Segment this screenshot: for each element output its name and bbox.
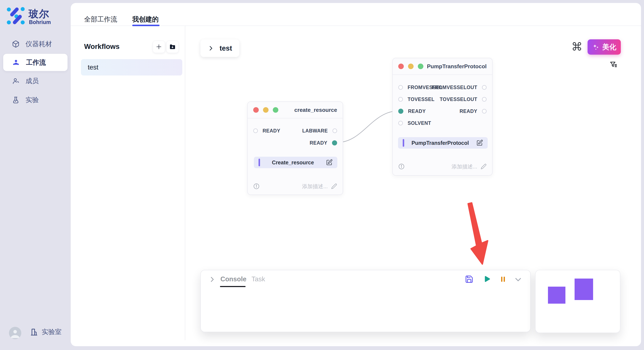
port-dot-connected[interactable]	[398, 109, 403, 114]
node-footer: 添加描述...	[253, 181, 337, 191]
filter-icon[interactable]	[609, 61, 618, 70]
brand-name-en: Bohrium	[29, 19, 51, 25]
port-out-fromvesselout[interactable]: FROMVESSELOUT	[432, 84, 486, 91]
tab-all-workflows[interactable]: 全部工作流	[84, 15, 117, 24]
plus-icon	[156, 44, 162, 50]
folder-download-icon	[169, 43, 176, 50]
info-icon[interactable]	[398, 163, 405, 170]
port-in-ready[interactable]: READY	[398, 107, 426, 115]
pencil-icon[interactable]	[331, 183, 337, 189]
port-label: FROMVESSELOUT	[432, 85, 477, 90]
pill-label: PumpTransferProtocol	[404, 140, 476, 146]
workflow-tabbar: 全部工作流 我创建的	[71, 3, 641, 26]
node-title: create_resource	[294, 107, 337, 113]
sidebar-item-consumables[interactable]: 仪器耗材	[3, 35, 68, 52]
tab-console[interactable]: Console	[220, 275, 246, 283]
collapse-chevron-down-icon[interactable]	[514, 275, 523, 284]
run-icon[interactable]	[482, 275, 491, 284]
workflow-canvas[interactable]: test 美化 crea	[185, 26, 641, 346]
workflow-list-item-test[interactable]: test	[81, 59, 182, 75]
member-icon	[12, 77, 20, 85]
port-dot-connected[interactable]	[332, 140, 337, 146]
dot-red	[253, 107, 259, 113]
port-in-ready[interactable]: READY	[253, 127, 280, 135]
beautify-button[interactable]: 美化	[588, 39, 621, 55]
port-in-solvent[interactable]: SOLVENT	[398, 119, 431, 127]
port-dot[interactable]	[253, 128, 258, 133]
console-tab-underline	[220, 286, 246, 287]
lab-switcher[interactable]: 实验室	[30, 328, 62, 336]
node-create-resource[interactable]: create_resource READY LABWARE READY Crea…	[247, 101, 343, 195]
node-function-pill[interactable]: Create_resource	[254, 157, 337, 168]
node-pump-transfer-protocol[interactable]: PumpTransferProtocol FROMVESSEL FROMVESS…	[392, 58, 492, 176]
port-dot[interactable]	[482, 97, 486, 102]
port-out-tovesselout[interactable]: TOVESSELOUT	[440, 95, 486, 103]
dot-yellow	[408, 64, 414, 69]
port-dot[interactable]	[482, 109, 486, 114]
pencil-icon[interactable]	[481, 164, 486, 170]
chevron-right-icon	[208, 45, 214, 51]
add-workflow-button[interactable]	[153, 41, 165, 53]
pill-accent-bar	[258, 159, 260, 166]
port-in-tovessel[interactable]: TOVESSEL	[398, 95, 434, 103]
sidebar-item-experiments[interactable]: 实验	[3, 91, 68, 108]
pill-accent-bar	[403, 139, 404, 147]
port-out-ready[interactable]: READY	[310, 139, 337, 147]
port-dot[interactable]	[332, 128, 337, 133]
dot-yellow	[263, 107, 268, 113]
node-title: PumpTransferProtocol	[427, 63, 486, 70]
tab-task[interactable]: Task	[252, 275, 265, 283]
save-icon[interactable]	[465, 275, 474, 283]
sidebar-item-label: 工作流	[26, 58, 46, 67]
port-dot[interactable]	[398, 97, 403, 102]
collapse-chevron-right-icon[interactable]	[208, 276, 216, 283]
edit-icon[interactable]	[476, 140, 483, 146]
brand-name-zh: 玻尔	[28, 7, 50, 21]
port-label: READY	[460, 108, 477, 114]
minimap-node-pump-transfer	[574, 279, 593, 300]
pause-icon[interactable]	[499, 275, 507, 283]
sidebar-item-label: 仪器耗材	[26, 39, 52, 48]
workflows-panel: Workflows test	[71, 26, 185, 340]
dot-red	[398, 64, 404, 69]
pill-label: Create_resource	[260, 160, 326, 166]
building-icon	[30, 328, 38, 336]
port-dot[interactable]	[482, 85, 486, 90]
info-icon[interactable]	[253, 183, 260, 189]
port-out-labware[interactable]: LABWARE	[302, 127, 337, 135]
port-out-ready[interactable]: READY	[460, 107, 486, 115]
main-content-card: 全部工作流 我创建的 Workflows test	[71, 3, 641, 346]
bohrium-logo-icon	[6, 6, 25, 25]
sidebar-item-workflow[interactable]: 工作流	[3, 54, 68, 71]
user-avatar[interactable]	[9, 327, 21, 339]
port-label: TOVESSEL	[408, 97, 434, 102]
package-icon	[12, 40, 20, 48]
workflows-panel-title: Workflows	[84, 42, 120, 51]
node-header[interactable]: PumpTransferProtocol	[393, 58, 492, 75]
breadcrumb-label: test	[220, 44, 232, 52]
port-dot[interactable]	[398, 121, 403, 126]
port-label: READY	[310, 140, 327, 146]
people-icon	[12, 58, 20, 67]
sidebar-item-members[interactable]: 成员	[3, 72, 68, 90]
edit-icon[interactable]	[326, 159, 333, 166]
traffic-dots	[398, 64, 423, 69]
tab-my-created[interactable]: 我创建的	[132, 15, 159, 24]
port-label: READY	[262, 128, 280, 134]
sparkles-icon	[592, 43, 600, 51]
traffic-dots	[253, 107, 278, 113]
canvas-breadcrumb[interactable]: test	[200, 39, 239, 57]
port-label: TOVESSELOUT	[440, 97, 477, 102]
minimap[interactable]	[535, 270, 620, 333]
port-label: LABWARE	[302, 128, 328, 134]
port-dot[interactable]	[398, 85, 403, 90]
dot-green	[418, 64, 423, 69]
import-workflow-button[interactable]	[166, 41, 179, 53]
beautify-label: 美化	[602, 42, 616, 52]
command-palette-icon[interactable]	[572, 41, 582, 51]
description-placeholder[interactable]: 添加描述...	[452, 163, 477, 170]
edge-ready-connection[interactable]	[337, 111, 399, 143]
description-placeholder[interactable]: 添加描述...	[302, 183, 328, 190]
node-header[interactable]: create_resource	[248, 102, 343, 118]
node-function-pill[interactable]: PumpTransferProtocol	[398, 137, 488, 149]
